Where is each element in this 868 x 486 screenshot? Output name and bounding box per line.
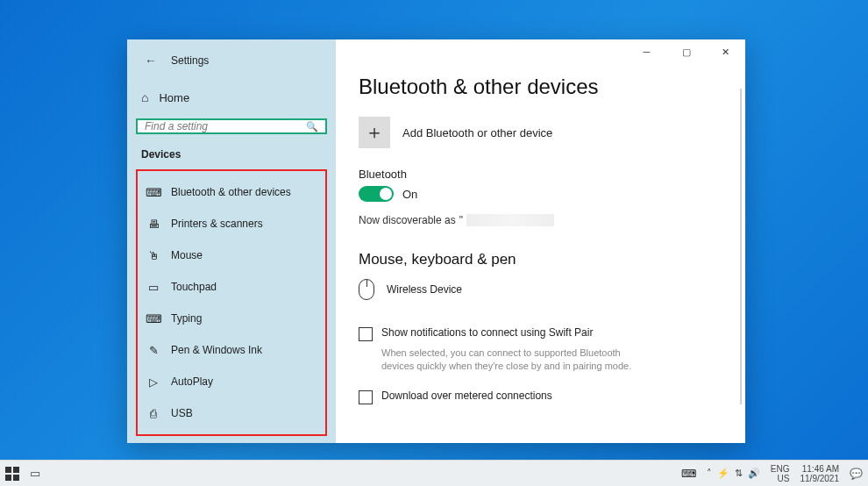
swift-pair-row: Show notifications to connect using Swif… xyxy=(359,326,722,341)
sidebar-item-label: Mouse xyxy=(171,249,203,261)
devices-icon: ⌨ xyxy=(146,185,160,199)
task-view-icon[interactable]: ▭ xyxy=(30,467,40,480)
sidebar-item-label: Touchpad xyxy=(171,281,217,293)
keyboard-icon: ⌨ xyxy=(146,311,160,325)
minimize-button[interactable]: ─ xyxy=(627,39,666,64)
sidebar-item-autoplay[interactable]: ▷ AutoPlay xyxy=(139,366,324,397)
battery-icon[interactable]: ⚡ xyxy=(717,468,729,479)
sidebar-item-typing[interactable]: ⌨ Typing xyxy=(139,303,324,334)
add-device-label: Add Bluetooth or other device xyxy=(402,126,552,139)
home-label: Home xyxy=(159,91,189,104)
device-name: Wireless Device xyxy=(387,283,462,296)
metered-label: Download over metered connections xyxy=(381,390,552,402)
search-icon: 🔍 xyxy=(306,121,318,132)
sidebar-item-label: AutoPlay xyxy=(171,375,213,388)
sidebar-item-bluetooth[interactable]: ⌨ Bluetooth & other devices xyxy=(139,176,324,208)
touchpad-icon: ▭ xyxy=(146,280,160,294)
close-button[interactable]: ✕ xyxy=(706,39,745,64)
taskbar-left: ▭ xyxy=(5,467,40,481)
category-label: Devices xyxy=(136,145,327,169)
discoverable-name-redacted xyxy=(466,214,554,226)
bluetooth-toggle-state: On xyxy=(402,188,417,201)
mouse-icon: 🖱 xyxy=(146,248,160,262)
device-row[interactable]: Wireless Device xyxy=(359,279,722,300)
nav-list-highlight: ⌨ Bluetooth & other devices 🖶 Printers &… xyxy=(136,169,327,436)
search-box[interactable]: 🔍 xyxy=(136,118,327,134)
plus-icon: ＋ xyxy=(365,119,384,146)
autoplay-icon: ▷ xyxy=(146,375,160,389)
discoverable-text: Now discoverable as " xyxy=(359,214,722,226)
sidebar-item-label: Typing xyxy=(171,312,202,325)
system-tray: ⌨ ˄ ⚡ ⇅ 🔊 ENG US 11:46 AM 11/9/2021 💬 xyxy=(681,464,863,483)
window-title: Settings xyxy=(171,54,209,67)
start-button[interactable] xyxy=(5,467,19,481)
settings-window: ─ ▢ ✕ ← Settings ⌂ Home 🔍 Devices ⌨ Blue… xyxy=(127,39,745,443)
main-content: Bluetooth & other devices ＋ Add Bluetoot… xyxy=(336,39,745,443)
mkp-heading: Mouse, keyboard & pen xyxy=(359,251,722,268)
sidebar-item-mouse[interactable]: 🖱 Mouse xyxy=(139,239,324,271)
search-input[interactable] xyxy=(145,120,306,132)
metered-row: Download over metered connections xyxy=(359,390,722,404)
sidebar-item-label: Bluetooth & other devices xyxy=(171,186,291,198)
sidebar-item-label: Pen & Windows Ink xyxy=(171,344,262,356)
printer-icon: 🖶 xyxy=(146,217,160,231)
chevron-up-icon[interactable]: ˄ xyxy=(707,468,712,479)
swift-pair-checkbox[interactable] xyxy=(359,327,373,341)
usb-icon: ⎙ xyxy=(146,406,160,420)
page-heading: Bluetooth & other devices xyxy=(359,75,722,99)
back-arrow-icon[interactable]: ← xyxy=(139,54,157,68)
taskbar: ▭ ⌨ ˄ ⚡ ⇅ 🔊 ENG US 11:46 AM 11/9/2021 💬 xyxy=(0,460,868,486)
sound-icon[interactable]: 🔊 xyxy=(748,468,760,479)
bluetooth-section-label: Bluetooth xyxy=(359,168,722,181)
window-controls: ─ ▢ ✕ xyxy=(627,39,745,64)
sidebar-item-pen[interactable]: ✎ Pen & Windows Ink xyxy=(139,334,324,366)
sidebar-item-touchpad[interactable]: ▭ Touchpad xyxy=(139,271,324,303)
pen-icon: ✎ xyxy=(146,343,160,357)
swift-pair-label: Show notifications to connect using Swif… xyxy=(381,326,593,339)
add-device-button[interactable]: ＋ xyxy=(359,117,390,148)
maximize-button[interactable]: ▢ xyxy=(666,39,706,64)
add-device-row[interactable]: ＋ Add Bluetooth or other device xyxy=(359,117,722,148)
home-icon: ⌂ xyxy=(141,90,148,104)
metered-checkbox[interactable] xyxy=(359,390,373,404)
swift-pair-help: When selected, you can connect to suppor… xyxy=(381,347,644,374)
discoverable-prefix: Now discoverable as xyxy=(359,214,456,226)
bluetooth-toggle-row: On xyxy=(359,186,722,202)
sidebar-item-usb[interactable]: ⎙ USB xyxy=(139,397,324,429)
notifications-icon[interactable]: 💬 xyxy=(850,468,863,480)
mouse-device-icon xyxy=(359,279,374,300)
sidebar-item-label: Printers & scanners xyxy=(171,218,263,230)
scrollbar[interactable] xyxy=(740,89,742,404)
sidebar-item-printers[interactable]: 🖶 Printers & scanners xyxy=(139,208,324,239)
tray-keyboard-icon[interactable]: ⌨ xyxy=(681,468,696,480)
tray-language[interactable]: ENG US xyxy=(771,464,790,483)
wifi-icon[interactable]: ⇅ xyxy=(735,468,743,479)
tray-icons[interactable]: ˄ ⚡ ⇅ 🔊 xyxy=(707,468,760,479)
home-button[interactable]: ⌂ Home xyxy=(136,83,327,111)
sidebar-item-label: USB xyxy=(171,407,193,419)
tray-clock[interactable]: 11:46 AM 11/9/2021 xyxy=(800,464,840,483)
bluetooth-toggle[interactable] xyxy=(359,186,394,202)
sidebar-header: ← Settings xyxy=(136,50,327,76)
sidebar: ← Settings ⌂ Home 🔍 Devices ⌨ Bluetooth … xyxy=(127,39,336,443)
